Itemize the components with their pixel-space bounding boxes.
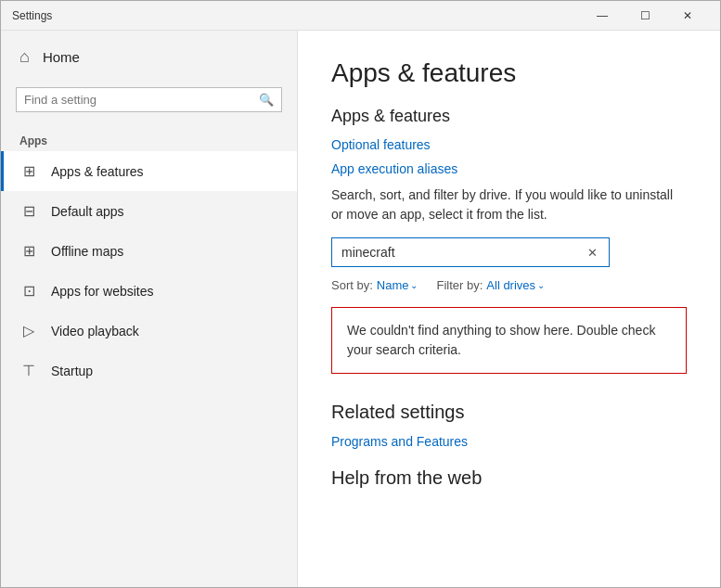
filter-item: Filter by: All drives ⌄ (436, 278, 545, 292)
minimize-button[interactable]: — (581, 1, 624, 31)
app-search-input[interactable] (341, 245, 586, 260)
home-icon: ⌂ (19, 47, 30, 67)
sidebar: ⌂ Home 🔍 Apps ⊞ Apps & features ⊟ Defaul… (1, 31, 298, 588)
filter-value[interactable]: All drives ⌄ (486, 278, 545, 292)
sort-item: Sort by: Name ⌄ (331, 278, 418, 292)
sort-label: Sort by: (331, 278, 373, 292)
sidebar-label-offline-maps: Offline maps (51, 244, 123, 259)
default-apps-icon: ⊟ (19, 202, 38, 220)
close-button[interactable]: ✕ (666, 1, 709, 31)
sort-value-text: Name (377, 278, 409, 292)
startup-icon: ⊤ (19, 362, 38, 379)
sort-value[interactable]: Name ⌄ (377, 278, 418, 292)
section-title: Apps & features (331, 107, 687, 126)
description-text: Search, sort, and filter by drive. If yo… (331, 185, 687, 224)
maximize-button[interactable]: ☐ (624, 1, 666, 31)
content-area: Apps & features Apps & features Optional… (298, 31, 720, 588)
sidebar-item-default-apps[interactable]: ⊟ Default apps (1, 191, 297, 231)
filter-label: Filter by: (436, 278, 483, 292)
sidebar-section-title: Apps (1, 127, 297, 151)
sort-filter-row: Sort by: Name ⌄ Filter by: All drives ⌄ (331, 278, 687, 292)
app-search-box[interactable]: ✕ (331, 237, 610, 267)
filter-chevron-icon: ⌄ (537, 280, 545, 290)
app-execution-link[interactable]: App execution aliases (331, 161, 687, 176)
optional-features-link[interactable]: Optional features (331, 137, 687, 152)
empty-result-box: We couldn't find anything to show here. … (331, 307, 687, 374)
search-box[interactable]: 🔍 (16, 87, 282, 112)
apps-websites-icon: ⊡ (19, 282, 38, 300)
titlebar-title: Settings (12, 9, 581, 22)
search-input[interactable] (24, 93, 259, 107)
video-playback-icon: ▷ (19, 322, 38, 339)
sidebar-item-video-playback[interactable]: ▷ Video playback (1, 311, 297, 351)
related-settings-title: Related settings (331, 402, 687, 423)
page-title: Apps & features (331, 58, 687, 88)
empty-result-text: We couldn't find anything to show here. … (347, 323, 655, 357)
app-search-row: ✕ (331, 237, 687, 267)
programs-features-link[interactable]: Programs and Features (331, 434, 687, 449)
sidebar-label-default-apps: Default apps (51, 204, 124, 219)
sidebar-label-video-playback: Video playback (51, 324, 139, 339)
sidebar-item-home[interactable]: ⌂ Home (1, 31, 297, 83)
apps-features-icon: ⊞ (19, 162, 38, 180)
sidebar-item-apps-features[interactable]: ⊞ Apps & features (1, 151, 297, 191)
sidebar-label-apps-features: Apps & features (51, 164, 144, 179)
sort-chevron-icon: ⌄ (410, 280, 418, 290)
sidebar-item-apps-for-websites[interactable]: ⊡ Apps for websites (1, 271, 297, 311)
sidebar-label-apps-for-websites: Apps for websites (51, 284, 154, 299)
app-container: ⌂ Home 🔍 Apps ⊞ Apps & features ⊟ Defaul… (1, 31, 720, 588)
offline-maps-icon: ⊞ (19, 242, 38, 260)
sidebar-item-startup[interactable]: ⊤ Startup (1, 351, 297, 390)
help-web-title: Help from the web (331, 467, 687, 489)
search-clear-icon[interactable]: ✕ (586, 246, 599, 260)
search-icon: 🔍 (259, 93, 274, 107)
titlebar: Settings — ☐ ✕ (1, 1, 720, 31)
titlebar-controls: — ☐ ✕ (581, 1, 709, 31)
sidebar-item-offline-maps[interactable]: ⊞ Offline maps (1, 231, 297, 271)
sidebar-home-label: Home (43, 49, 80, 65)
filter-value-text: All drives (486, 278, 535, 292)
sidebar-label-startup: Startup (51, 364, 93, 378)
